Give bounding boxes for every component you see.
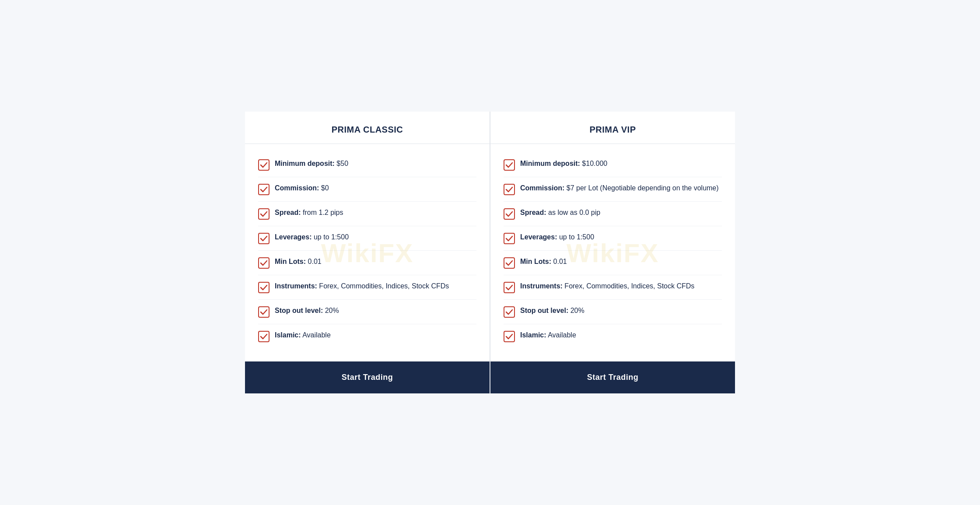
svg-rect-9 — [504, 184, 514, 195]
feature-value: $0 — [321, 184, 329, 192]
feature-value: $7 per Lot (Negotiable depending on the … — [567, 184, 719, 192]
feature-label: Stop out level: — [275, 307, 323, 314]
feature-value: 0.01 — [308, 258, 322, 265]
svg-rect-1 — [259, 184, 269, 195]
feature-value: Forex, Commodities, Indices, Stock CFDs — [564, 282, 694, 290]
feature-value: 20% — [570, 307, 584, 314]
feature-label: Islamic: — [275, 331, 301, 339]
svg-rect-13 — [504, 282, 514, 293]
check-icon — [504, 159, 515, 171]
feature-text: Min Lots: 0.01 — [275, 257, 322, 267]
svg-rect-3 — [259, 233, 269, 244]
feature-value: $10.000 — [582, 160, 607, 167]
feature-value: $50 — [336, 160, 348, 167]
check-icon — [258, 184, 270, 195]
feature-value: 20% — [325, 307, 339, 314]
svg-rect-11 — [504, 233, 514, 244]
feature-label: Min Lots: — [275, 258, 306, 265]
feature-item: Leverages: up to 1:500 — [504, 226, 722, 251]
check-icon — [258, 306, 270, 318]
feature-text: Commission: $0 — [275, 183, 329, 193]
svg-rect-5 — [259, 282, 269, 293]
check-icon — [258, 331, 270, 342]
svg-rect-8 — [504, 160, 514, 170]
feature-text: Spread: as low as 0.0 pip — [520, 208, 600, 217]
feature-text: Minimum deposit: $50 — [275, 159, 348, 168]
feature-item: Islamic: Available — [258, 324, 476, 348]
check-icon — [258, 257, 270, 269]
check-icon — [504, 306, 515, 318]
feature-text: Islamic: Available — [520, 330, 576, 340]
feature-item: Minimum deposit: $10.000 — [504, 153, 722, 177]
feature-value: Available — [548, 331, 576, 339]
feature-value: Forex, Commodities, Indices, Stock CFDs — [319, 282, 449, 290]
feature-value: up to 1:500 — [314, 233, 349, 241]
feature-value: up to 1:500 — [559, 233, 594, 241]
feature-label: Minimum deposit: — [275, 160, 335, 167]
feature-text: Stop out level: 20% — [520, 306, 584, 316]
start-trading-button[interactable]: Start Trading — [490, 361, 735, 393]
feature-label: Leverages: — [275, 233, 312, 241]
feature-item: Instruments: Forex, Commodities, Indices… — [258, 275, 476, 300]
svg-rect-4 — [259, 258, 269, 268]
check-icon — [258, 208, 270, 220]
feature-item: Spread: as low as 0.0 pip — [504, 202, 722, 226]
plan-header: PRIMA VIP — [490, 112, 735, 144]
feature-label: Minimum deposit: — [520, 160, 580, 167]
plan-header: PRIMA CLASSIC — [245, 112, 490, 144]
feature-text: Leverages: up to 1:500 — [520, 232, 594, 242]
check-icon — [504, 331, 515, 342]
check-icon — [504, 233, 515, 244]
feature-item: Minimum deposit: $50 — [258, 153, 476, 177]
feature-item: Commission: $0 — [258, 177, 476, 202]
feature-value: as low as 0.0 pip — [548, 209, 600, 216]
feature-label: Instruments: — [275, 282, 317, 290]
feature-label: Instruments: — [520, 282, 563, 290]
feature-item: Stop out level: 20% — [504, 300, 722, 324]
plans-container: PRIMA CLASSIC WikiFX Minimum deposit: — [245, 112, 735, 393]
feature-item: Min Lots: 0.01 — [504, 251, 722, 275]
check-icon — [504, 184, 515, 195]
feature-value: Available — [302, 331, 331, 339]
feature-label: Min Lots: — [520, 258, 551, 265]
svg-rect-6 — [259, 307, 269, 317]
svg-rect-2 — [259, 209, 269, 219]
svg-rect-0 — [259, 160, 269, 170]
svg-rect-12 — [504, 258, 514, 268]
plan-title: PRIMA VIP — [499, 125, 726, 135]
start-trading-button[interactable]: Start Trading — [245, 361, 490, 393]
feature-text: Stop out level: 20% — [275, 306, 339, 316]
svg-rect-15 — [504, 331, 514, 342]
feature-item: Instruments: Forex, Commodities, Indices… — [504, 275, 722, 300]
feature-item: Commission: $7 per Lot (Negotiable depen… — [504, 177, 722, 202]
check-icon — [258, 159, 270, 171]
feature-label: Leverages: — [520, 233, 557, 241]
check-icon — [258, 233, 270, 244]
feature-text: Instruments: Forex, Commodities, Indices… — [275, 281, 449, 291]
plan-features: WikiFX Minimum deposit: $50 — [245, 144, 490, 361]
feature-value: from 1.2 pips — [303, 209, 343, 216]
plan-card-classic: PRIMA CLASSIC WikiFX Minimum deposit: — [245, 112, 490, 393]
feature-value: 0.01 — [553, 258, 567, 265]
feature-text: Minimum deposit: $10.000 — [520, 159, 607, 168]
check-icon — [504, 282, 515, 293]
feature-label: Commission: — [275, 184, 319, 192]
check-icon — [504, 208, 515, 220]
feature-text: Instruments: Forex, Commodities, Indices… — [520, 281, 694, 291]
plan-title: PRIMA CLASSIC — [254, 125, 481, 135]
feature-item: Leverages: up to 1:500 — [258, 226, 476, 251]
feature-label: Stop out level: — [520, 307, 568, 314]
feature-label: Spread: — [275, 209, 301, 216]
svg-rect-7 — [259, 331, 269, 342]
feature-item: Spread: from 1.2 pips — [258, 202, 476, 226]
plan-card-vip: PRIMA VIP WikiFX Minimum deposit: — [490, 112, 735, 393]
feature-item: Islamic: Available — [504, 324, 722, 348]
feature-label: Commission: — [520, 184, 564, 192]
feature-text: Spread: from 1.2 pips — [275, 208, 343, 217]
feature-item: Stop out level: 20% — [258, 300, 476, 324]
feature-text: Commission: $7 per Lot (Negotiable depen… — [520, 183, 719, 193]
check-icon — [504, 257, 515, 269]
feature-text: Min Lots: 0.01 — [520, 257, 567, 267]
feature-text: Leverages: up to 1:500 — [275, 232, 349, 242]
feature-label: Islamic: — [520, 331, 546, 339]
